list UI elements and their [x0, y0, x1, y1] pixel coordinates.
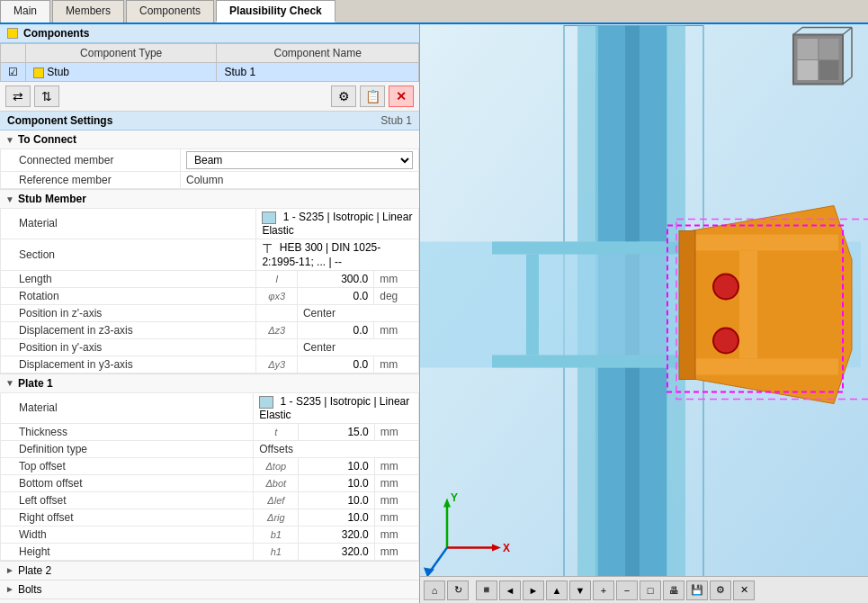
- svg-rect-12: [685, 359, 838, 375]
- label-plate1-material: Material: [1, 392, 254, 423]
- stub-member-props: Material 1 - S235 | Isotropic | Linear E…: [0, 208, 419, 374]
- btn-view-zoom-out[interactable]: −: [616, 580, 638, 600]
- row-color-swatch: [33, 68, 44, 78]
- btn-expand-all[interactable]: ⇅: [34, 86, 59, 107]
- value-displacement-y3[interactable]: 0.0: [297, 356, 373, 373]
- prop-rotation: Rotation φx3 0.0 deg: [1, 287, 419, 304]
- btn-settings[interactable]: ⚙: [331, 86, 356, 107]
- settings-title: Component Settings: [7, 114, 112, 127]
- stub-member-section: ▼ Stub Member Material 1 - S235 | Isotro…: [0, 190, 419, 374]
- btn-view-print[interactable]: 🖶: [663, 580, 685, 600]
- label-thickness: Thickness: [1, 423, 254, 440]
- symbol-thickness: t: [254, 423, 299, 440]
- label-left-offset: Left offset: [1, 491, 254, 508]
- btn-view-save[interactable]: 💾: [686, 580, 708, 600]
- value-height[interactable]: 320.0: [299, 543, 374, 560]
- btn-view-home[interactable]: ⌂: [424, 580, 445, 600]
- settings-stub-label: Stub 1: [380, 114, 412, 127]
- expand-icon-bolts: ►: [5, 584, 14, 594]
- btn-view-move-down[interactable]: ▼: [569, 580, 591, 600]
- value-thickness[interactable]: 15.0: [299, 423, 374, 440]
- label-position-y: Position in y'-axis: [1, 338, 256, 356]
- plate2-title: Plate 2: [18, 564, 51, 577]
- value-rotation[interactable]: 0.0: [297, 287, 373, 304]
- unit-left-offset: mm: [374, 491, 418, 508]
- unit-width: mm: [374, 526, 418, 543]
- label-connected-member: Connected member: [1, 149, 181, 172]
- bolts-title: Bolts: [18, 583, 42, 596]
- btn-view-move-right[interactable]: ►: [523, 580, 544, 600]
- main-area: Components Component Type Component Name…: [0, 24, 868, 603]
- btn-view-settings2[interactable]: ⚙: [710, 580, 731, 600]
- components-header: Components: [0, 24, 419, 43]
- right-panel: Y X Z: [420, 24, 868, 603]
- tab-members[interactable]: Members: [52, 0, 124, 22]
- tab-components[interactable]: Components: [126, 0, 214, 22]
- welds-section[interactable]: ► Welds: [0, 599, 419, 603]
- 3d-view[interactable]: Y X Z: [420, 24, 868, 603]
- btn-view-front[interactable]: ◾: [476, 580, 497, 600]
- svg-rect-29: [797, 39, 819, 60]
- btn-collapse-all[interactable]: ⇄: [5, 86, 31, 107]
- btn-view-rotate-x[interactable]: ↻: [447, 580, 469, 600]
- unit-top-offset: mm: [374, 457, 418, 474]
- btn-view-close[interactable]: ✕: [733, 580, 755, 600]
- select-connected-member[interactable]: Beam: [186, 151, 413, 169]
- svg-point-16: [713, 328, 738, 354]
- tab-plausibility-check[interactable]: Plausibility Check: [216, 0, 336, 22]
- stub-member-header[interactable]: ▼ Stub Member: [0, 190, 419, 208]
- value-displacement-z3[interactable]: 0.0: [297, 321, 373, 338]
- row-check[interactable]: ☑: [1, 63, 26, 82]
- prop-width: Width b1 320.0 mm: [1, 526, 419, 543]
- components-table: Component Type Component Name ☑ Stub Stu…: [0, 43, 419, 82]
- symbol-height: h1: [254, 543, 299, 560]
- unit-displacement-z3: mm: [374, 321, 419, 338]
- btn-delete[interactable]: ✕: [389, 86, 414, 107]
- 3d-scene-svg: Y X Z: [420, 24, 868, 603]
- value-right-offset[interactable]: 10.0: [299, 508, 374, 526]
- value-width[interactable]: 320.0: [299, 526, 374, 543]
- plate1-header[interactable]: ▼ Plate 1: [0, 374, 419, 392]
- value-left-offset[interactable]: 10.0: [299, 491, 374, 508]
- svg-rect-11: [685, 235, 838, 251]
- btn-view-move-up[interactable]: ▲: [546, 580, 568, 600]
- btn-view-render[interactable]: □: [640, 580, 661, 600]
- dropdown-connected-member[interactable]: Beam: [186, 151, 413, 169]
- label-reference-member: Reference member: [1, 172, 181, 189]
- prop-left-offset: Left offset Δlef 10.0 mm: [1, 491, 419, 508]
- col-type: Component Type: [26, 44, 217, 63]
- label-displacement-z3: Displacement in z3-axis: [1, 321, 256, 338]
- svg-text:Y: Y: [451, 491, 458, 504]
- unit-thickness: mm: [374, 423, 418, 440]
- value-top-offset[interactable]: 10.0: [299, 457, 374, 474]
- row-type: Stub: [26, 63, 217, 82]
- prop-section: Section ⊤ HEB 300 | DIN 1025-2:1995-11; …: [1, 238, 419, 270]
- unit-displacement-y3: mm: [374, 356, 419, 373]
- value-section: ⊤ HEB 300 | DIN 1025-2:1995-11; ... | --: [256, 238, 419, 270]
- label-width: Width: [1, 526, 254, 543]
- prop-top-offset: Top offset Δtop 10.0 mm: [1, 457, 419, 474]
- settings-area[interactable]: ▼ To Connect Connected member Beam: [0, 130, 419, 603]
- symbol-length: l: [256, 270, 298, 287]
- value-connected-member[interactable]: Beam: [181, 149, 419, 172]
- btn-copy[interactable]: 📋: [360, 86, 385, 107]
- value-bottom-offset[interactable]: 10.0: [299, 474, 374, 491]
- plate2-section[interactable]: ► Plate 2: [0, 562, 419, 580]
- svg-point-15: [713, 274, 738, 300]
- tab-main[interactable]: Main: [0, 0, 50, 22]
- prop-plate1-material: Material 1 - S235 | Isotropic | Linear E…: [1, 392, 419, 423]
- value-material: 1 - S235 | Isotropic | Linear Elastic: [256, 209, 419, 239]
- table-row[interactable]: ☑ Stub Stub 1: [1, 63, 419, 82]
- component-toolbar: ⇄ ⇅ ⚙ 📋 ✕: [0, 82, 419, 112]
- label-rotation: Rotation: [1, 287, 256, 304]
- to-connect-props: Connected member Beam Reference member: [0, 148, 419, 189]
- bolts-section[interactable]: ► Bolts: [0, 580, 419, 599]
- section-indicator: ⊤: [262, 241, 273, 256]
- col-name: Component Name: [217, 44, 419, 63]
- btn-view-move-left[interactable]: ◄: [499, 580, 521, 600]
- settings-header: Component Settings Stub 1: [0, 112, 419, 130]
- btn-view-zoom-in[interactable]: +: [593, 580, 614, 600]
- to-connect-header[interactable]: ▼ To Connect: [0, 130, 419, 148]
- prop-material: Material 1 - S235 | Isotropic | Linear E…: [1, 209, 419, 239]
- value-length[interactable]: 300.0: [297, 270, 373, 287]
